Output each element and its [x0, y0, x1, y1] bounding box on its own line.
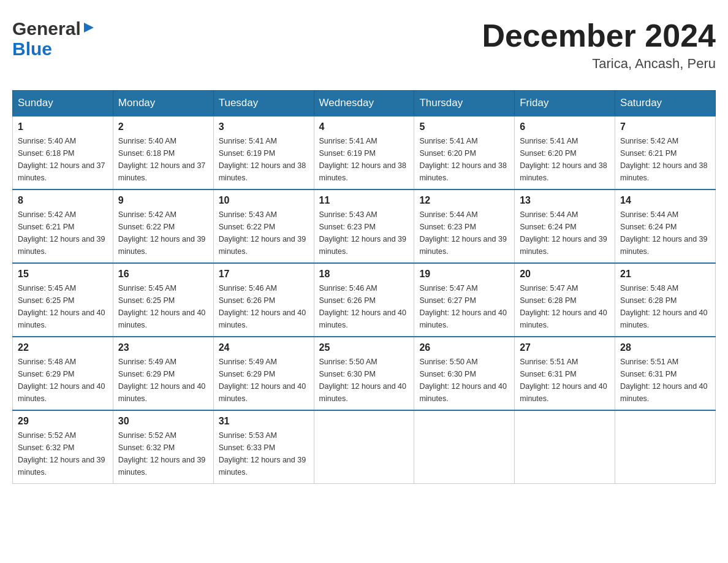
day-info: Sunrise: 5:46 AMSunset: 6:26 PMDaylight:… [319, 282, 409, 331]
calendar-cell: 12Sunrise: 5:44 AMSunset: 6:23 PMDayligh… [414, 190, 515, 263]
calendar-cell: 10Sunrise: 5:43 AMSunset: 6:22 PMDayligh… [213, 190, 314, 263]
calendar-cell: 19Sunrise: 5:47 AMSunset: 6:27 PMDayligh… [414, 263, 515, 337]
title-section: December 2024 Tarica, Ancash, Peru [482, 18, 716, 72]
day-info: Sunrise: 5:45 AMSunset: 6:25 PMDaylight:… [18, 282, 108, 331]
calendar-cell: 3Sunrise: 5:41 AMSunset: 6:19 PMDaylight… [213, 116, 314, 190]
day-number: 6 [520, 121, 610, 132]
calendar-header-row: SundayMondayTuesdayWednesdayThursdayFrid… [13, 91, 716, 117]
calendar-cell: 18Sunrise: 5:46 AMSunset: 6:26 PMDayligh… [314, 263, 414, 337]
calendar-header-friday: Friday [515, 91, 615, 117]
calendar-cell: 21Sunrise: 5:48 AMSunset: 6:28 PMDayligh… [615, 263, 716, 337]
calendar-cell [515, 410, 615, 484]
calendar-cell: 31Sunrise: 5:53 AMSunset: 6:33 PMDayligh… [213, 410, 314, 484]
calendar-cell: 22Sunrise: 5:48 AMSunset: 6:29 PMDayligh… [13, 337, 113, 410]
calendar-cell: 17Sunrise: 5:46 AMSunset: 6:26 PMDayligh… [213, 263, 314, 337]
calendar-cell: 20Sunrise: 5:47 AMSunset: 6:28 PMDayligh… [515, 263, 615, 337]
day-number: 4 [319, 121, 409, 132]
day-number: 27 [520, 342, 610, 353]
calendar-cell: 7Sunrise: 5:42 AMSunset: 6:21 PMDaylight… [615, 116, 716, 190]
day-number: 19 [419, 269, 509, 280]
calendar-header-wednesday: Wednesday [314, 91, 414, 117]
day-info: Sunrise: 5:52 AMSunset: 6:32 PMDaylight:… [18, 429, 108, 478]
logo-general-text: General [12, 18, 81, 39]
calendar-header-saturday: Saturday [615, 91, 716, 117]
day-number: 14 [620, 195, 710, 206]
calendar-cell [414, 410, 515, 484]
calendar-cell: 28Sunrise: 5:51 AMSunset: 6:31 PMDayligh… [615, 337, 716, 410]
calendar-cell: 29Sunrise: 5:52 AMSunset: 6:32 PMDayligh… [13, 410, 113, 484]
day-info: Sunrise: 5:41 AMSunset: 6:19 PMDaylight:… [219, 135, 309, 184]
logo-blue-text: Blue [12, 39, 95, 59]
day-number: 17 [219, 269, 309, 280]
day-number: 28 [620, 342, 710, 353]
calendar-week-row: 22Sunrise: 5:48 AMSunset: 6:29 PMDayligh… [13, 337, 716, 410]
day-number: 1 [18, 121, 108, 132]
calendar-cell: 23Sunrise: 5:49 AMSunset: 6:29 PMDayligh… [113, 337, 213, 410]
day-number: 10 [219, 195, 309, 206]
day-number: 5 [419, 121, 509, 132]
calendar-cell: 30Sunrise: 5:52 AMSunset: 6:32 PMDayligh… [113, 410, 213, 484]
day-number: 2 [118, 121, 208, 132]
day-number: 8 [18, 195, 108, 206]
day-info: Sunrise: 5:52 AMSunset: 6:32 PMDaylight:… [118, 429, 208, 478]
day-number: 3 [219, 121, 309, 132]
day-info: Sunrise: 5:48 AMSunset: 6:28 PMDaylight:… [620, 282, 710, 331]
calendar-cell: 5Sunrise: 5:41 AMSunset: 6:20 PMDaylight… [414, 116, 515, 190]
day-info: Sunrise: 5:47 AMSunset: 6:28 PMDaylight:… [520, 282, 610, 331]
day-number: 7 [620, 121, 710, 132]
day-number: 24 [219, 342, 309, 353]
day-number: 20 [520, 269, 610, 280]
day-info: Sunrise: 5:44 AMSunset: 6:23 PMDaylight:… [419, 209, 509, 258]
calendar-cell: 8Sunrise: 5:42 AMSunset: 6:21 PMDaylight… [13, 190, 113, 263]
day-info: Sunrise: 5:49 AMSunset: 6:29 PMDaylight:… [118, 356, 208, 405]
logo-arrow-icon [83, 17, 95, 37]
month-title: December 2024 [482, 18, 716, 53]
calendar-cell: 27Sunrise: 5:51 AMSunset: 6:31 PMDayligh… [515, 337, 615, 410]
calendar-cell: 6Sunrise: 5:41 AMSunset: 6:20 PMDaylight… [515, 116, 615, 190]
calendar-cell: 2Sunrise: 5:40 AMSunset: 6:18 PMDaylight… [113, 116, 213, 190]
day-info: Sunrise: 5:41 AMSunset: 6:19 PMDaylight:… [319, 135, 409, 184]
day-info: Sunrise: 5:51 AMSunset: 6:31 PMDaylight:… [520, 356, 610, 405]
day-info: Sunrise: 5:47 AMSunset: 6:27 PMDaylight:… [419, 282, 509, 331]
calendar-header-monday: Monday [113, 91, 213, 117]
page-header: General Blue December 2024 Tarica, Ancas… [12, 12, 716, 78]
calendar-cell: 11Sunrise: 5:43 AMSunset: 6:23 PMDayligh… [314, 190, 414, 263]
calendar-cell: 25Sunrise: 5:50 AMSunset: 6:30 PMDayligh… [314, 337, 414, 410]
day-info: Sunrise: 5:41 AMSunset: 6:20 PMDaylight:… [520, 135, 610, 184]
calendar-header-tuesday: Tuesday [213, 91, 314, 117]
calendar-week-row: 15Sunrise: 5:45 AMSunset: 6:25 PMDayligh… [13, 263, 716, 337]
day-info: Sunrise: 5:42 AMSunset: 6:21 PMDaylight:… [18, 209, 108, 258]
day-number: 25 [319, 342, 409, 353]
day-number: 12 [419, 195, 509, 206]
day-info: Sunrise: 5:50 AMSunset: 6:30 PMDaylight:… [319, 356, 409, 405]
calendar-cell: 1Sunrise: 5:40 AMSunset: 6:18 PMDaylight… [13, 116, 113, 190]
day-number: 26 [419, 342, 509, 353]
day-info: Sunrise: 5:40 AMSunset: 6:18 PMDaylight:… [118, 135, 208, 184]
day-number: 18 [319, 269, 409, 280]
day-info: Sunrise: 5:46 AMSunset: 6:26 PMDaylight:… [219, 282, 309, 331]
calendar-cell: 9Sunrise: 5:42 AMSunset: 6:22 PMDaylight… [113, 190, 213, 263]
calendar-week-row: 29Sunrise: 5:52 AMSunset: 6:32 PMDayligh… [13, 410, 716, 484]
location: Tarica, Ancash, Peru [482, 56, 716, 72]
day-number: 29 [18, 416, 108, 427]
calendar-table: SundayMondayTuesdayWednesdayThursdayFrid… [12, 90, 716, 484]
day-number: 22 [18, 342, 108, 353]
day-info: Sunrise: 5:50 AMSunset: 6:30 PMDaylight:… [419, 356, 509, 405]
calendar-cell: 26Sunrise: 5:50 AMSunset: 6:30 PMDayligh… [414, 337, 515, 410]
day-number: 9 [118, 195, 208, 206]
day-info: Sunrise: 5:42 AMSunset: 6:21 PMDaylight:… [620, 135, 710, 184]
svg-marker-0 [84, 23, 94, 33]
day-info: Sunrise: 5:44 AMSunset: 6:24 PMDaylight:… [520, 209, 610, 258]
calendar-header-thursday: Thursday [414, 91, 515, 117]
day-info: Sunrise: 5:43 AMSunset: 6:23 PMDaylight:… [319, 209, 409, 258]
logo-line1: General [12, 18, 95, 39]
day-info: Sunrise: 5:48 AMSunset: 6:29 PMDaylight:… [18, 356, 108, 405]
calendar-cell [615, 410, 716, 484]
day-number: 11 [319, 195, 409, 206]
day-info: Sunrise: 5:40 AMSunset: 6:18 PMDaylight:… [18, 135, 108, 184]
calendar-cell: 16Sunrise: 5:45 AMSunset: 6:25 PMDayligh… [113, 263, 213, 337]
day-number: 23 [118, 342, 208, 353]
calendar-cell: 24Sunrise: 5:49 AMSunset: 6:29 PMDayligh… [213, 337, 314, 410]
day-number: 13 [520, 195, 610, 206]
day-number: 30 [118, 416, 208, 427]
